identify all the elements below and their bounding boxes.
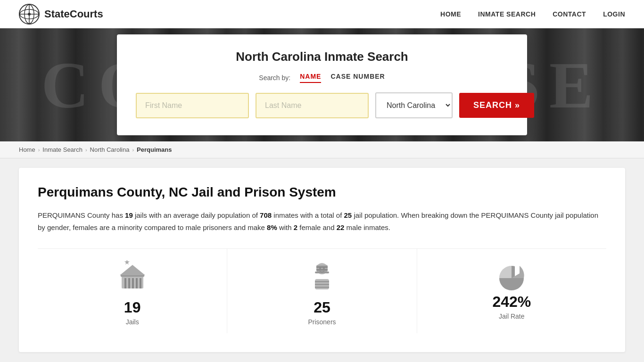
breadcrumb-sep-2: ›	[85, 147, 87, 153]
breadcrumb-sep-1: ›	[38, 147, 40, 153]
main-description: PERQUIMANS County has 19 jails with an a…	[38, 209, 606, 233]
nav-inmate-search[interactable]: INMATE SEARCH	[478, 10, 536, 18]
desc-part7: male inmates.	[344, 223, 390, 231]
main-nav: HOME INMATE SEARCH CONTACT LOGIN	[440, 10, 625, 18]
tab-case-number[interactable]: CASE NUMBER	[330, 73, 385, 83]
main-content: Perquimans County, NC Jail and Prison Sy…	[19, 168, 625, 352]
main-title: Perquimans County, NC Jail and Prison Sy…	[38, 185, 606, 200]
stat-jails-label: Jails	[126, 318, 139, 326]
nav-login[interactable]: LOGIN	[603, 10, 625, 18]
desc-male-count: 22	[337, 223, 345, 231]
stat-jail-rate: 242% Jail Rate	[417, 249, 606, 333]
desc-part1: PERQUIMANS County has	[38, 211, 125, 219]
desc-part3: inmates with a total of	[272, 211, 344, 219]
logo-text: StateCourts	[44, 8, 103, 20]
search-card-title: North Carolina Inmate Search	[136, 49, 508, 64]
search-by-label: Search by:	[259, 74, 290, 82]
svg-rect-11	[140, 278, 141, 288]
header: StateCourts HOME INMATE SEARCH CONTACT L…	[0, 0, 644, 28]
desc-part2: jails with an average daily population o…	[133, 211, 260, 219]
search-card: North Carolina Inmate Search Search by: …	[117, 34, 527, 135]
nav-contact[interactable]: CONTACT	[553, 10, 586, 18]
stat-jail-rate-number: 242%	[492, 293, 531, 311]
desc-jails: 19	[125, 211, 133, 219]
stat-prisoners: 25 Prisoners	[227, 249, 417, 333]
state-select[interactable]: North Carolina Alabama Alaska Arizona Ca…	[375, 92, 453, 118]
search-inputs-row: North Carolina Alabama Alaska Arizona Ca…	[136, 92, 508, 118]
svg-point-24	[319, 267, 321, 269]
hero-section: COURTHOUSE North Carolina Inmate Search …	[0, 28, 644, 141]
svg-rect-10	[136, 278, 138, 288]
logo-link[interactable]: StateCourts	[19, 4, 103, 25]
search-by-row: Search by: NAME CASE NUMBER	[136, 73, 508, 83]
svg-rect-18	[316, 266, 328, 268]
svg-rect-7	[124, 278, 126, 288]
breadcrumb-sep-3: ›	[132, 147, 134, 153]
logo-icon	[19, 4, 40, 25]
stat-jails-number: 19	[124, 299, 141, 316]
stat-jail-rate-label: Jail Rate	[499, 313, 524, 320]
svg-rect-8	[128, 278, 130, 288]
svg-rect-9	[132, 278, 134, 288]
stat-prisoners-number: 25	[314, 299, 330, 316]
svg-rect-21	[315, 281, 329, 282]
svg-rect-22	[315, 284, 329, 285]
breadcrumb-state[interactable]: North Carolina	[90, 146, 130, 153]
desc-avg-pop: 708	[260, 211, 272, 219]
desc-female-count: 2	[294, 223, 297, 231]
prisoner-icon	[305, 260, 339, 293]
breadcrumb: Home › Inmate Search › North Carolina › …	[0, 141, 644, 158]
pie-chart-icon	[495, 260, 528, 293]
svg-marker-14	[120, 265, 145, 275]
breadcrumb-current: Perquimans	[137, 146, 172, 153]
stat-jails: 19 Jails	[38, 249, 227, 333]
desc-part6: female and	[297, 223, 337, 231]
desc-female-pct: 8%	[267, 223, 277, 231]
desc-total-pop: 25	[344, 211, 352, 219]
last-name-input[interactable]	[256, 93, 369, 118]
jail-icon	[116, 260, 149, 293]
svg-point-25	[323, 267, 325, 269]
svg-rect-23	[315, 287, 329, 288]
stat-prisoners-label: Prisoners	[308, 318, 336, 326]
search-button[interactable]: SEARCH »	[459, 93, 534, 118]
svg-marker-13	[124, 260, 129, 265]
desc-part5: with	[277, 223, 294, 231]
first-name-input[interactable]	[136, 93, 249, 118]
tab-name[interactable]: NAME	[300, 73, 321, 83]
breadcrumb-home[interactable]: Home	[19, 146, 35, 153]
stats-row: 19 Jails	[38, 248, 606, 333]
svg-rect-19	[316, 269, 328, 271]
breadcrumb-inmate-search[interactable]: Inmate Search	[42, 146, 83, 153]
nav-home[interactable]: HOME	[440, 10, 461, 18]
